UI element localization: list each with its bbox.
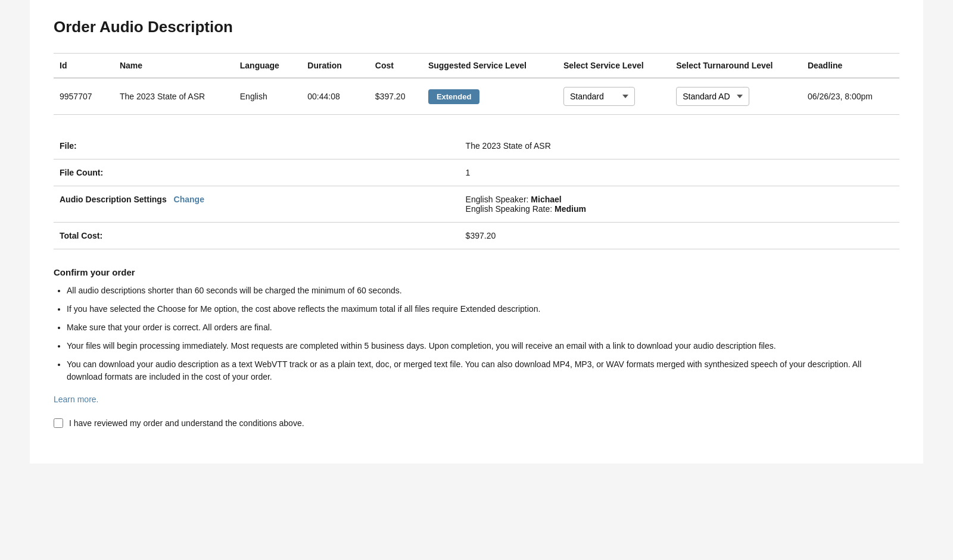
cell-suggested-service-level: Extended — [422, 78, 558, 115]
review-checkbox-label[interactable]: I have reviewed my order and understand … — [69, 418, 304, 428]
file-value: The 2023 State of ASR — [460, 133, 899, 159]
confirm-title: Confirm your order — [54, 267, 899, 277]
confirm-bullet-4: You can download your audio description … — [67, 358, 899, 383]
col-header-select-turnaround: Select Turnaround Level — [670, 54, 802, 79]
summary-row-file-count: File Count: 1 — [54, 159, 899, 186]
audio-desc-line2: English Speaking Rate: Medium — [466, 204, 893, 214]
audio-desc-rate-prefix: English Speaking Rate: — [466, 204, 555, 214]
col-header-suggested-service-level: Suggested Service Level — [422, 54, 558, 79]
confirm-bullet-3: Your files will begin processing immedia… — [67, 340, 899, 352]
summary-row-audio-desc: Audio Description Settings Change Englis… — [54, 186, 899, 223]
col-header-duration: Duration — [301, 54, 369, 79]
page-container: Order Audio Description Id Name Language… — [30, 0, 923, 464]
audio-desc-label: Audio Description Settings Change — [54, 186, 460, 223]
summary-row-total-cost: Total Cost: $397.20 — [54, 223, 899, 249]
audio-desc-rate-value: Medium — [555, 204, 586, 214]
extended-badge: Extended — [428, 89, 480, 104]
cell-id: 9957707 — [54, 78, 114, 115]
file-count-value: 1 — [460, 159, 899, 186]
confirm-bullet-1: If you have selected the Choose for Me o… — [67, 303, 899, 315]
cell-select-service-level[interactable]: StandardExtendedPremium — [558, 78, 670, 115]
confirm-list: All audio descriptions shorter than 60 s… — [54, 284, 899, 383]
confirm-section: Confirm your order All audio description… — [54, 267, 899, 404]
service-level-select[interactable]: StandardExtendedPremium — [563, 87, 635, 106]
page-title: Order Audio Description — [54, 18, 899, 36]
cell-select-turnaround[interactable]: Standard ADRush AD — [670, 78, 802, 115]
audio-desc-settings-value: English Speaker: Michael English Speakin… — [460, 186, 899, 223]
table-row: 9957707The 2023 State of ASREnglish00:44… — [54, 78, 899, 115]
checkbox-row: I have reviewed my order and understand … — [54, 418, 899, 428]
col-header-name: Name — [114, 54, 234, 79]
audio-desc-speaker-name: Michael — [531, 195, 561, 204]
learn-more-link[interactable]: Learn more. — [54, 395, 98, 404]
cell-cost: $397.20 — [369, 78, 422, 115]
col-header-select-service-level: Select Service Level — [558, 54, 670, 79]
audio-desc-line1: English Speaker: Michael — [466, 195, 893, 204]
review-checkbox[interactable] — [54, 418, 63, 428]
confirm-bullet-0: All audio descriptions shorter than 60 s… — [67, 284, 899, 297]
cell-language: English — [234, 78, 302, 115]
audio-desc-change-link[interactable]: Change — [174, 195, 204, 204]
audio-desc-speaker-prefix: English Speaker: — [466, 195, 531, 204]
confirm-bullet-2: Make sure that your order is correct. Al… — [67, 321, 899, 334]
file-count-label: File Count: — [54, 159, 460, 186]
total-cost-value: $397.20 — [460, 223, 899, 249]
col-header-id: Id — [54, 54, 114, 79]
col-header-deadline: Deadline — [802, 54, 899, 79]
total-cost-label: Total Cost: — [54, 223, 460, 249]
cell-name: The 2023 State of ASR — [114, 78, 234, 115]
summary-table: File: The 2023 State of ASR File Count: … — [54, 133, 899, 249]
col-header-cost: Cost — [369, 54, 422, 79]
order-table: Id Name Language Duration Cost Suggested… — [54, 53, 899, 115]
col-header-language: Language — [234, 54, 302, 79]
turnaround-level-select[interactable]: Standard ADRush AD — [676, 87, 749, 106]
summary-row-file: File: The 2023 State of ASR — [54, 133, 899, 159]
file-label: File: — [54, 133, 460, 159]
cell-deadline: 06/26/23, 8:00pm — [802, 78, 899, 115]
cell-duration: 00:44:08 — [301, 78, 369, 115]
